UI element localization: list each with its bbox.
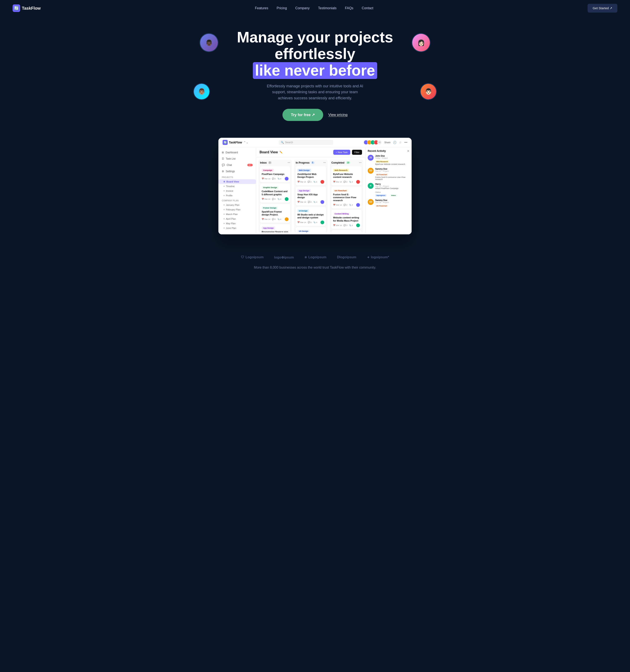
task-card[interactable]: UI Design 99 Studio web ui design and de… [296,207,326,226]
sidebar-item-settings[interactable]: ⚙ Settings [218,168,256,174]
status-label: Status [375,190,410,194]
nav-link-features[interactable]: Features [255,6,268,10]
logo-5: ✦ logoipsum* [367,255,389,259]
navbar: 🔄 TaskFlow Features Pricing Company Test… [0,0,630,16]
sidebar-item-dashboard[interactable]: ⊞ Dashboard [218,149,256,155]
avatar-left: 👨🏿 [199,33,218,52]
task-card[interactable]: Web Design Genius web design 📅 Mar 14 💬 … [331,230,362,232]
task-card[interactable]: Framer Design SparkFuse Framer design Pr… [260,204,290,223]
more-icon[interactable]: ••• [404,141,407,144]
logo-4: Dlogoipsum [337,255,356,259]
hero-buttons: Try for free ↗ View pricing [199,109,431,121]
inprogress-menu[interactable]: ••• [323,161,326,164]
task-card[interactable]: App Design Snap Hue iOS App design 📅 Mar… [296,187,326,206]
nav-link-contact[interactable]: Contact [362,6,373,10]
nav-logo-text: TaskFlow [22,6,41,11]
hero-title: Manage your projects effortlessly like n… [220,29,410,79]
task-card[interactable]: Content Writing Website content writing … [331,210,362,229]
board-actions: + New Task Filter [333,150,362,155]
filter-button[interactable]: Filter [352,150,362,155]
nav-link-company[interactable]: Company [295,6,310,10]
task-card[interactable]: Web Research ByteFuse Website content re… [331,166,362,186]
logos-row: 🛡 Logoipsum logo⊕ipsum ✳ Logoipsum Dlogo… [8,255,622,259]
nav-links: Features Pricing Company Testimonials FA… [255,6,373,10]
nav-logo[interactable]: 🔄 TaskFlow [13,4,41,12]
task-card[interactable]: UX Flowchart Fusion food E-commerce User… [331,187,362,209]
app-topbar-right: +5 Share 🕐 ☆ ••• [364,140,407,145]
hero-section: 👨🏿 👩🏻 👨🏽 👨🏻 Manage your projects effortl… [0,16,630,129]
task-card[interactable]: App Design Responsive finance app design… [260,224,290,232]
try-for-free-button[interactable]: Try for free ↗ [283,109,323,121]
logo-2: logo⊕ipsum [274,255,294,259]
board-columns: Inbox 3 ••• Campaign PixelFlare Campaign… [256,158,365,234]
inprogress-column: In Progress 5 ••• Web Design ZenithSprin… [294,160,328,232]
trust-text: More than 8,000 businesses across the wo… [8,266,622,269]
app-sidebar: ⊞ Dashboard ☰ Task List 💬 Chat 30+ ⚙ [218,147,256,234]
close-activity-button[interactable]: ✕ [407,149,410,153]
trust-section: 🛡 Logoipsum logo⊕ipsum ✳ Logoipsum Dlogo… [0,243,630,278]
sidebar-feb[interactable]: February Plan [218,207,256,212]
activity-item: SD Sammy Doe Nov 27 · Project UX Flowcha… [368,168,410,181]
sidebar-profile[interactable]: Profile [218,193,256,198]
board-title: Board View ✏️ [260,150,283,154]
edit-icon[interactable]: ✏️ [280,151,283,154]
nav-link-faqs[interactable]: FAQs [345,6,354,10]
new-task-button[interactable]: + New Task [333,150,350,155]
completed-column: Completed 10 ••• Web Research ByteFuse W… [330,160,363,232]
app-inner-logo: 🔄 TaskFlow ⌃⌄ [223,140,248,145]
sidebar-jun[interactable]: June Plan [218,226,256,231]
task-card[interactable]: Graphic Design CodeWave Content and 5 di… [260,184,290,203]
avatar-bottom-right: 👨🏻 [420,83,437,100]
task-card[interactable]: Campaign PixelFlare Campaign 📅 Mar 14 💬 … [260,166,290,182]
hero-title-line1: Manage your projects [237,29,393,46]
completed-menu[interactable]: ••• [359,161,362,164]
app-main-board: Board View ✏️ + New Task Filter [256,147,365,234]
activity-item: H Harry Nov 27 · Project edited PixelFla… [368,183,410,196]
sidebar-apr[interactable]: April Plan [218,217,256,221]
share-button[interactable]: Share [384,141,390,144]
sidebar-may[interactable]: May Plan [218,221,256,226]
sidebar-board-view[interactable]: ⊞ Board View [218,179,256,184]
sidebar-item-chat[interactable]: 💬 Chat 30+ [218,162,256,168]
board-header: Board View ✏️ + New Task Filter [256,147,365,158]
nav-link-pricing[interactable]: Pricing [276,6,287,10]
inbox-column: Inbox 3 ••• Campaign PixelFlare Campaign… [258,160,292,232]
hero-title-plain: effortlessly [275,45,355,62]
get-started-button[interactable]: Get Started ↗ [587,4,617,13]
app-body: ⊞ Dashboard ☰ Task List 💬 Chat 30+ ⚙ [218,147,412,234]
logo-1: 🛡 Logoipsum [241,255,264,259]
company-plan-label: Company Plan [218,198,256,203]
projects-section-label: Projects [218,174,256,179]
task-card[interactable]: UX Design Urbano UX Research and design … [296,227,326,232]
sidebar-timeline[interactable]: Timeline [218,184,256,189]
nav-link-testimonials[interactable]: Testimonials [318,6,337,10]
avatar-right: 👩🏻 [412,33,431,52]
avatar-group: +5 [364,140,382,145]
recent-activity-panel: Recent Activity ✕ JD John Doe Today · Pr… [365,147,412,234]
hero-title-highlight: like never before [253,62,377,79]
sidebar-jan[interactable]: January Plan [218,203,256,207]
sidebar-invoice[interactable]: Invoice [218,189,256,193]
view-pricing-button[interactable]: View pricing [328,113,347,117]
star-icon[interactable]: ☆ [399,141,402,144]
app-screenshot: 🔄 TaskFlow ⌃⌄ 🔍 Search +5 [218,138,412,234]
task-card[interactable]: Web Design ZenithSprint Web Design Proje… [296,166,326,186]
sidebar-mar[interactable]: March Plan [218,212,256,217]
nav-logo-icon: 🔄 [13,4,20,12]
avatar-bottom-left: 👨🏽 [193,83,210,100]
hero-description: Effortlessly manage projects with our in… [265,83,365,101]
sidebar-item-tasklist[interactable]: ☰ Task List [218,155,256,162]
clock-icon[interactable]: 🕐 [393,141,396,144]
app-topbar: 🔄 TaskFlow ⌃⌄ 🔍 Search +5 [218,138,412,147]
activity-item: JD John Doe Today · Project Web Research… [368,155,410,165]
logo-3: ✳ Logoipsum [304,255,326,259]
activity-item: SD Sammy Doe Nov 25 · Project UX Flowcha… [368,199,410,208]
inbox-menu[interactable]: ••• [288,161,290,164]
app-search-bar[interactable]: 🔍 Search [279,140,333,145]
